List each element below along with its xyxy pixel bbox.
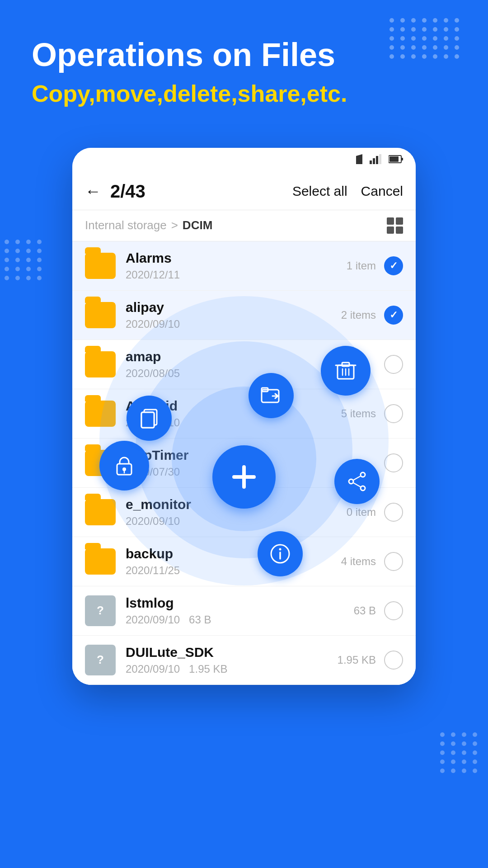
- file-icon: ?: [85, 645, 116, 675]
- file-name: DUILute_SDK: [126, 645, 338, 660]
- svg-point-21: [349, 479, 353, 484]
- battery-icon: [389, 155, 403, 166]
- svg-point-30: [279, 548, 282, 550]
- file-date: 2020/09/10 1.95 KB: [126, 663, 338, 675]
- svg-rect-3: [376, 156, 378, 164]
- back-button[interactable]: ←: [85, 182, 101, 201]
- file-item[interactable]: alipay 2020/09/10 2 items: [72, 291, 416, 340]
- file-info: DUILute_SDK 2020/09/10 1.95 KB: [126, 645, 338, 675]
- file-checkbox[interactable]: [384, 404, 403, 423]
- file-date: 2020/09/10 63 B: [126, 613, 354, 626]
- file-item[interactable]: Android 2020/09/10 5 items: [72, 389, 416, 439]
- signal-icon: [370, 154, 381, 167]
- file-checkbox[interactable]: [384, 256, 403, 275]
- file-date: 2020/12/11: [126, 269, 347, 281]
- breadcrumb-separator: >: [171, 218, 178, 232]
- breadcrumb-current: DCIM: [183, 218, 387, 232]
- fab-main-button[interactable]: [212, 445, 276, 509]
- file-date: 2020/11/25: [126, 564, 341, 577]
- file-info: Alarms 2020/12/11: [126, 250, 347, 281]
- svg-rect-6: [401, 158, 403, 160]
- file-date: 2020/09/10: [126, 318, 341, 330]
- file-info: alipay 2020/09/10: [126, 300, 341, 330]
- fab-copy-button[interactable]: [127, 396, 172, 441]
- svg-marker-0: [356, 154, 362, 164]
- breadcrumb-root[interactable]: Internal storage: [85, 218, 167, 232]
- svg-rect-4: [379, 154, 381, 164]
- selection-count: 2/43: [110, 181, 283, 202]
- file-info: backup 2020/11/25: [126, 546, 341, 577]
- bg-dots-right: const dr = document.querySelector('.bg-d…: [436, 728, 483, 778]
- file-name: alipay: [126, 300, 341, 315]
- file-icon: ?: [85, 595, 116, 626]
- file-info: lstmlog 2020/09/10 63 B: [126, 595, 354, 626]
- phone-mockup: ← 2/43 Select all Cancel Internal storag…: [72, 148, 416, 685]
- svg-rect-27: [141, 412, 154, 428]
- file-checkbox[interactable]: [384, 651, 403, 670]
- breadcrumb-bar: Internal storage > DCIM: [72, 210, 416, 241]
- file-item[interactable]: ? lstmlog 2020/09/10 63 B 63 B: [72, 586, 416, 636]
- cancel-button[interactable]: Cancel: [361, 184, 403, 199]
- file-date: 2020/09/10: [126, 515, 347, 528]
- svg-point-22: [361, 486, 365, 491]
- file-size: 63 B: [354, 604, 376, 617]
- fab-share-button[interactable]: [334, 459, 380, 504]
- file-meta: 1 item: [347, 259, 376, 272]
- grid-view-toggle[interactable]: [387, 217, 403, 234]
- svg-rect-9: [262, 388, 268, 392]
- page-title: Operations on Files: [32, 36, 456, 74]
- folder-icon: [85, 302, 116, 328]
- fab-move-button[interactable]: [249, 373, 294, 418]
- file-size: 1.95 KB: [338, 654, 376, 666]
- fab-lock-button[interactable]: [99, 441, 149, 491]
- fab-info-button[interactable]: [258, 531, 303, 576]
- file-name: lstmlog: [126, 595, 354, 611]
- folder-icon: [85, 548, 116, 575]
- header-section: Operations on Files Copy,move,delete,sha…: [0, 0, 488, 125]
- status-bar: [72, 148, 416, 173]
- svg-rect-32: [232, 475, 256, 479]
- file-checkbox[interactable]: [384, 601, 403, 620]
- file-meta: 4 items: [341, 555, 376, 568]
- folder-icon: [85, 351, 116, 377]
- page-subtitle: Copy,move,delete,share,etc.: [32, 80, 456, 107]
- file-name: backup: [126, 546, 341, 561]
- file-item[interactable]: ? DUILute_SDK 2020/09/10 1.95 KB 1.95 KB: [72, 636, 416, 685]
- svg-line-23: [353, 476, 361, 480]
- select-all-button[interactable]: Select all: [292, 184, 347, 199]
- file-checkbox[interactable]: [384, 503, 403, 522]
- file-meta: 5 items: [341, 407, 376, 420]
- nav-bar: ← 2/43 Select all Cancel: [72, 173, 416, 210]
- folder-icon: [85, 401, 116, 427]
- fab-delete-button[interactable]: [321, 346, 371, 396]
- file-item[interactable]: backup 2020/11/25 4 items: [72, 537, 416, 586]
- file-checkbox[interactable]: [384, 306, 403, 325]
- svg-point-20: [361, 472, 365, 477]
- folder-icon: [85, 499, 116, 525]
- file-item[interactable]: Alarms 2020/12/11 1 item: [72, 241, 416, 291]
- file-name: Alarms: [126, 250, 347, 266]
- folder-icon: [85, 253, 116, 279]
- bg-dots-left: const dl = document.querySelector('.bg-d…: [0, 235, 48, 285]
- wifi-icon: [350, 154, 362, 167]
- svg-rect-1: [370, 160, 372, 164]
- file-checkbox[interactable]: [384, 453, 403, 472]
- svg-rect-2: [373, 158, 375, 164]
- file-meta: 2 items: [341, 309, 376, 321]
- file-meta: 0 item: [347, 506, 376, 519]
- file-checkbox[interactable]: [384, 355, 403, 374]
- svg-rect-13: [342, 363, 349, 366]
- svg-rect-7: [389, 156, 399, 162]
- file-checkbox[interactable]: [384, 552, 403, 571]
- svg-line-24: [353, 483, 361, 487]
